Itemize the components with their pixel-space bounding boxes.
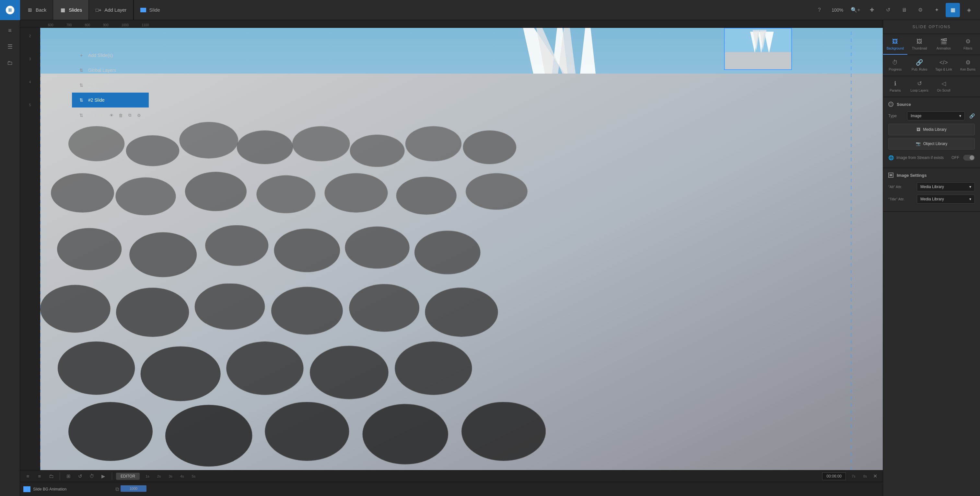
- timeline-close-button[interactable]: ✕: [870, 472, 880, 481]
- back-label: Back: [36, 7, 46, 13]
- svg-point-28: [271, 287, 343, 334]
- add-layer-button[interactable]: □+ Add Layer: [89, 0, 133, 20]
- svg-point-36: [68, 402, 153, 461]
- grid-timeline-icon[interactable]: ⊞: [64, 472, 73, 481]
- mark-1s: 1s: [145, 474, 150, 478]
- slide1-item[interactable]: ⇅ #1 Slide: [72, 78, 149, 93]
- type-row: Type Image ▾ 🔗: [888, 111, 975, 120]
- grid-icon: ⊞: [27, 7, 33, 13]
- track-block[interactable]: 1000: [121, 485, 146, 492]
- svg-point-9: [350, 135, 405, 167]
- tab-filters[interactable]: ⚙ Filters: [956, 34, 980, 55]
- animation-tab-label: Animation: [937, 47, 951, 50]
- global-layers-item[interactable]: ⇅ Global Layers: [72, 63, 149, 78]
- canvas-image-area[interactable]: [40, 28, 883, 470]
- list-timeline-icon[interactable]: ≡: [35, 472, 44, 481]
- zoom-in-button[interactable]: 🔍+: [848, 3, 863, 17]
- mark-3s: 3s: [169, 474, 172, 478]
- tab-background[interactable]: 🖼 Background: [883, 34, 907, 55]
- ruler-mark-1100: 1100: [142, 23, 149, 27]
- svg-point-22: [274, 228, 340, 272]
- layers-button[interactable]: ◈: [962, 3, 976, 17]
- svg-point-15: [256, 176, 315, 213]
- slide-color-indicator: [140, 8, 146, 12]
- pub-rules-tab-label: Pub. Rules: [912, 68, 928, 71]
- track-copy-button[interactable]: ⧉: [113, 486, 121, 493]
- wp-logo-button[interactable]: [0, 0, 20, 20]
- slide3-visibility-icon[interactable]: 👁: [108, 112, 115, 119]
- alt-attr-select[interactable]: Media Library ▾: [917, 182, 975, 191]
- tab-animation[interactable]: 🎬 Animation: [932, 34, 956, 55]
- add-slides-label: Add Slide(s): [88, 53, 113, 58]
- tab-tags-link[interactable]: </> Tags & Link: [932, 55, 956, 76]
- help-button[interactable]: ?: [812, 3, 826, 17]
- track-indicator: [23, 486, 30, 492]
- slides-dropdown-menu[interactable]: + Add Slide(s) ⇅ Global Layers ⇅ #1 Slid…: [72, 48, 149, 123]
- type-select[interactable]: Image ▾: [907, 111, 965, 120]
- add-marker-button[interactable]: ✚: [865, 3, 879, 17]
- filters-tab-icon: ⚙: [966, 38, 970, 45]
- share-button[interactable]: ✦: [929, 3, 944, 17]
- folder-button[interactable]: 🗀: [3, 56, 17, 70]
- mark-5s: 5s: [192, 474, 196, 478]
- tab-on-scroll[interactable]: ◁ On Scroll: [932, 76, 956, 97]
- chain-link-icon[interactable]: 🔗: [969, 113, 975, 119]
- svg-point-35: [395, 342, 472, 395]
- slide3-copy-icon[interactable]: ⧉: [127, 112, 133, 119]
- slide2-item[interactable]: ⇅ #2 Slide: [72, 93, 149, 108]
- slide3-delete-icon[interactable]: 🗑: [118, 112, 124, 119]
- object-library-button[interactable]: 📷 Object Library: [888, 138, 975, 150]
- hamburger-button[interactable]: ☰: [3, 40, 17, 54]
- slide-thumbnail-overlay: [724, 28, 792, 70]
- preview-button[interactable]: 🖥: [897, 3, 911, 17]
- slide3-settings-icon[interactable]: ⚙: [136, 112, 142, 119]
- slide3-item[interactable]: ⇅ #3 Slide 👁 🗑 ⧉ ⚙: [72, 108, 149, 123]
- slide-label: Slide: [150, 7, 160, 13]
- stream-toggle-switch[interactable]: [963, 155, 975, 161]
- editor-button[interactable]: EDITOR: [116, 473, 140, 480]
- tabs-row3: ℹ Params ↺ Loop Layers ◁ On Scroll: [883, 76, 980, 97]
- canvas-area[interactable]: 2 3 4 5: [20, 28, 883, 470]
- view-button[interactable]: ▦: [946, 3, 960, 17]
- media-library-button[interactable]: 🖼 Media Library: [888, 124, 975, 135]
- globe-icon: 🌐: [888, 155, 894, 160]
- add-slides-item[interactable]: + Add Slide(s): [72, 48, 149, 63]
- object-library-icon: 📷: [916, 141, 921, 146]
- title-attr-select[interactable]: Media Library ▾: [917, 195, 975, 204]
- tabs-row2: ⏱ Progress 🔗 Pub. Rules </> Tags & Link …: [883, 55, 980, 76]
- folder-timeline-icon[interactable]: 🗀: [47, 472, 56, 481]
- tab-thumbnail[interactable]: 🖼 Thumbnail: [907, 34, 932, 55]
- timeline-track[interactable]: 1000: [121, 485, 880, 493]
- svg-point-23: [345, 227, 409, 269]
- svg-point-21: [205, 225, 268, 266]
- undo-button[interactable]: ↺: [881, 3, 895, 17]
- play-icon[interactable]: ▶: [99, 472, 108, 481]
- layers-timeline-icon[interactable]: ≡: [23, 472, 32, 481]
- tab-ken-burns[interactable]: ⚙ Ken Burns: [956, 55, 980, 76]
- vertical-ruler: 2 3 4 5: [20, 28, 40, 470]
- top-toolbar: ⊞ Back ▦ Slides □+ Add Layer Slide ? 100…: [0, 0, 980, 20]
- svg-point-20: [129, 232, 197, 277]
- ruler-mark-700: 700: [67, 23, 72, 27]
- tab-loop-layers[interactable]: ↺ Loop Layers: [907, 76, 932, 97]
- back-button[interactable]: ⊞ Back: [20, 0, 53, 20]
- tab-params[interactable]: ℹ Params: [883, 76, 907, 97]
- settings-button[interactable]: ⚙: [913, 3, 928, 17]
- thumbnail-tab-label: Thumbnail: [912, 47, 927, 50]
- clock-icon[interactable]: ⏱: [87, 472, 96, 481]
- slides-button[interactable]: ▦ Slides: [53, 0, 89, 20]
- cycle-icon[interactable]: ↺: [75, 472, 84, 481]
- pub-rules-tab-icon: 🔗: [916, 59, 923, 66]
- image-settings-section: Image Settings "Alt" Attr. Media Library…: [883, 168, 980, 212]
- source-section-header: Source: [888, 101, 975, 107]
- svg-point-4: [68, 126, 124, 161]
- svg-point-39: [363, 404, 448, 464]
- progress-tab-icon: ⏱: [892, 59, 898, 66]
- slide-options-header: SLIDE OPTIONS: [883, 20, 980, 34]
- tab-progress[interactable]: ⏱ Progress: [883, 55, 907, 76]
- source-link-icon: [888, 101, 894, 107]
- source-section: Source Type Image ▾ 🔗 🖼 Media Library 📷 …: [883, 97, 980, 168]
- tab-pub-rules[interactable]: 🔗 Pub. Rules: [907, 55, 932, 76]
- layers-panel-button[interactable]: ≡: [3, 23, 17, 38]
- source-label: Source: [897, 102, 911, 107]
